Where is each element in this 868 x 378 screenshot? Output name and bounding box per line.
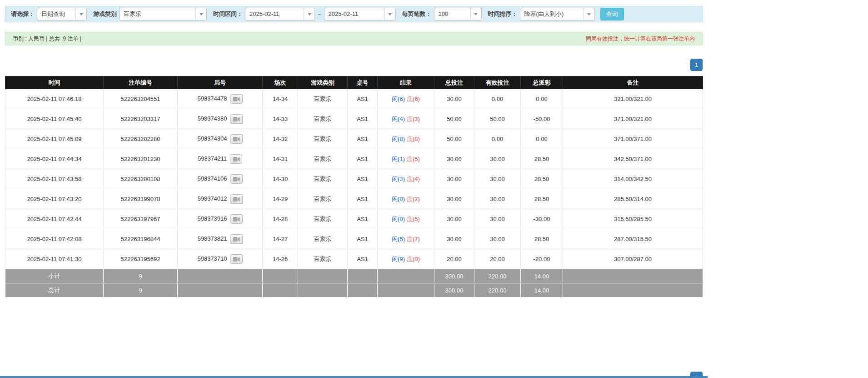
cell-game-type: 百家乐 [298,169,348,189]
bets-table: 时间注单编号局号场次游戏类别桌号结果总投注有效投注总派彩备注 2025-02-1… [5,76,703,297]
query-type-dropdown[interactable]: 日期查询 [37,8,87,20]
cell-result: 闲(8)庄(8) [378,129,434,149]
result-banker: 庄(5) [407,156,420,162]
round-id-text: 598373821 [197,235,227,242]
chevron-down-icon [195,8,206,20]
column-header: 桌号 [348,76,378,89]
empty-cell [263,269,298,283]
column-header: 游戏类别 [298,76,348,89]
table-row: 2025-02-11 07:45:09 522263202280 5983743… [5,129,703,149]
date-to-value: 2025-02-11 [324,8,384,20]
cell-valid-bet: 50.00 [474,109,521,129]
cell-result: 闲(4)庄(3) [378,109,434,129]
page-size-value: 100 [434,8,470,20]
empty-cell [178,283,263,297]
game-type-dropdown[interactable]: 百家乐 [119,8,207,20]
video-icon [233,136,240,142]
cell-game-type: 百家乐 [298,189,348,209]
date-from-input[interactable]: 2025-02-11 [245,8,315,20]
result-banker: 庄(7) [407,236,420,242]
cell-total-bet[interactable]: 30.00 [434,229,474,249]
cell-total-bet[interactable]: 20.00 [434,249,474,269]
cell-round-id: 598373821 [178,229,263,249]
cell-total-bet[interactable]: 30.00 [434,149,474,169]
time-range-label: 时间区间： [213,10,243,18]
cell-result: 闲(6)庄(6) [378,89,434,109]
cell-valid-bet: 30.00 [474,229,521,249]
cell-bet-id: 522263196844 [104,229,178,249]
chevron-down-icon [470,8,481,20]
total-total-bet: 300.00 [434,283,474,297]
pagination-top: 1 [690,59,703,71]
table-row: 2025-02-11 07:41:30 522263195692 5983737… [5,249,703,269]
replay-button[interactable] [230,94,243,104]
cell-round-id: 598373916 [178,209,263,229]
date-to-input[interactable]: 2025-02-11 [324,8,396,20]
column-header: 总投注 [434,76,474,89]
cell-total-bet[interactable]: 30.00 [434,169,474,189]
query-type-value: 日期查询 [37,8,75,20]
cell-round-id: 598373710 [178,249,263,269]
cell-payout: 0.00 [521,129,563,149]
replay-button[interactable] [230,134,243,144]
cell-total-bet[interactable]: 30.00 [434,209,474,229]
result-player: 闲(0) [392,216,405,222]
total-payout: 14.00 [521,283,563,297]
query-button[interactable]: 查询 [600,8,624,20]
cell-remark: 287.00/315.50 [563,229,703,249]
cell-time: 2025-02-11 07:43:58 [5,169,104,189]
cell-game-type: 百家乐 [298,149,348,169]
empty-cell [298,283,348,297]
column-header: 备注 [563,76,703,89]
replay-button[interactable] [230,114,243,124]
result-banker: 庄(2) [407,196,420,202]
cell-valid-bet: 0.00 [474,89,521,109]
cell-bet-id: 522263197967 [104,209,178,229]
replay-button[interactable] [230,214,243,224]
cell-table-no: AS1 [348,109,378,129]
subtotal-total-bet: 300.00 [434,269,474,283]
result-player: 闲(1) [392,156,405,162]
round-id-text: 598373916 [197,215,227,222]
subtotal-count: 9 [104,269,178,283]
result-banker: 庄(0) [407,256,420,262]
replay-button[interactable] [230,234,243,244]
replay-button[interactable] [230,194,243,204]
cell-total-bet[interactable]: 30.00 [434,89,474,109]
video-icon [233,197,240,202]
table-row: 2025-02-11 07:44:34 522263201230 5983742… [5,149,703,169]
cell-round-id: 598374478 [178,89,263,109]
empty-cell [298,269,348,283]
sort-value: 降幂(由大到小) [520,8,584,20]
cell-game-type: 百家乐 [298,109,348,129]
cell-session: 14-29 [263,189,298,209]
date-from-value: 2025-02-11 [245,8,304,20]
cell-payout: 0.00 [521,89,563,109]
page-1-button[interactable]: 1 [690,59,703,71]
cell-result: 闲(5)庄(7) [378,229,434,249]
replay-button[interactable] [230,254,243,264]
cell-valid-bet: 0.00 [474,129,521,149]
cell-remark: 315.50/285.50 [563,209,703,229]
sort-dropdown[interactable]: 降幂(由大到小) [520,8,595,20]
column-header: 时间 [5,76,104,89]
result-player: 闲(3) [392,176,405,182]
empty-cell [563,269,703,283]
cell-total-bet[interactable]: 50.00 [434,109,474,129]
column-header: 结果 [378,76,434,89]
cell-round-id: 598374012 [178,189,263,209]
replay-button[interactable] [230,174,243,184]
cell-valid-bet: 30.00 [474,189,521,209]
result-player: 闲(8) [392,136,405,142]
chevron-down-icon [75,8,86,20]
cell-time: 2025-02-11 07:45:09 [5,129,104,149]
result-banker: 庄(3) [407,116,420,122]
cell-total-bet[interactable]: 30.00 [434,189,474,209]
page-size-input[interactable]: 100 [434,8,482,20]
cell-total-bet[interactable]: 50.00 [434,129,474,149]
cell-valid-bet: 20.00 [474,249,521,269]
replay-button[interactable] [230,154,242,164]
currency-total-text: 币别 : 人民币 | 总共 :9 注单 | [13,35,81,43]
table-body: 2025-02-11 07:46:18 522263204551 5983744… [5,89,703,269]
cell-round-id: 598374211 [178,149,263,169]
